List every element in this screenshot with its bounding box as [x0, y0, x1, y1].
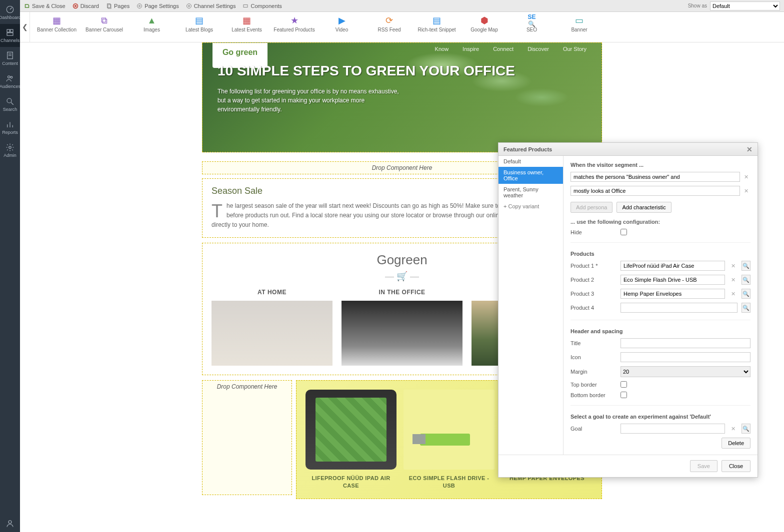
title-input[interactable] [620, 338, 750, 348]
tool-rss-feed[interactable]: ⟳RSS Feed [366, 14, 413, 33]
rail-label: Admin [4, 153, 16, 158]
clear-icon[interactable]: ✕ [742, 174, 750, 180]
svg-point-22 [138, 3, 142, 8]
tool-banner[interactable]: ▭Banner [556, 14, 603, 33]
rail-dashboard[interactable]: Dashboard [0, 1, 20, 24]
bottom-border-checkbox[interactable] [620, 392, 627, 398]
nav-link[interactable]: Discover [528, 46, 549, 52]
channel-settings-button[interactable]: Channel Settings [186, 3, 236, 9]
rail-channels[interactable]: Channels [0, 24, 20, 47]
page-canvas: Go green Know Inspire Connect Discover O… [20, 42, 784, 532]
tool-latest-events[interactable]: ▦Latest Events [223, 14, 270, 33]
close-button[interactable]: Close [722, 460, 750, 472]
tool-banner-collection[interactable]: ▦Banner Collection [33, 14, 80, 33]
product-4-input[interactable] [620, 303, 738, 313]
nav-link[interactable]: Connect [493, 46, 514, 52]
tool-rich-text[interactable]: ▤Rich-text Snippet [413, 14, 460, 33]
clear-icon[interactable]: ✕ [729, 291, 738, 297]
rail-admin[interactable]: Admin [0, 139, 20, 162]
back-arrow[interactable]: ❮ [20, 12, 30, 42]
hero-title: 10 SIMPLE STEPS TO GREEN YOUR OFFICE [218, 63, 586, 79]
hero-banner[interactable]: Go green Know Inspire Connect Discover O… [202, 42, 602, 152]
components-button[interactable]: Components [242, 3, 282, 9]
component-toolbar: ▦Banner Collection ⧉Banner Carousel ▲Ima… [30, 12, 784, 42]
rail-search[interactable]: Search [0, 93, 20, 116]
site-nav: Know Inspire Connect Discover Our Story [435, 46, 586, 52]
panel-header[interactable]: Featured Products ✕ [498, 143, 758, 156]
svg-point-15 [8, 521, 12, 524]
rail-user[interactable] [0, 515, 20, 532]
rail-reports[interactable]: Reports [0, 116, 20, 139]
show-as-control: Show as Default [688, 1, 780, 10]
svg-point-24 [186, 3, 191, 8]
pages-button[interactable]: Pages [106, 3, 130, 9]
topbar: Save & Close Discard Pages Page Settings… [20, 0, 784, 12]
hero-body: The following list for greening your off… [218, 87, 408, 114]
rail-content[interactable]: Content [0, 47, 20, 70]
tool-latest-blogs[interactable]: ▤Latest Blogs [176, 14, 223, 33]
gear-icon [136, 3, 142, 9]
clear-icon[interactable]: ✕ [729, 263, 738, 269]
product-card[interactable]: LIFEPROOF NÜÜD IPAD AIR CASE [306, 390, 396, 490]
svg-point-21 [139, 5, 140, 6]
add-characteristic-button[interactable]: Add characteristic [616, 202, 671, 213]
product-image [306, 390, 396, 470]
product-3-input[interactable] [620, 289, 725, 299]
segment-section-label: When the visitor segment ... [570, 162, 750, 168]
segment-condition-input[interactable] [570, 172, 740, 182]
search-icon[interactable]: 🔍 [742, 289, 750, 299]
search-icon[interactable]: 🔍 [742, 261, 750, 271]
tool-google-map[interactable]: ⬢Google Map [460, 14, 508, 33]
copy-variant-button[interactable]: + Copy variant [498, 201, 563, 212]
search-icon[interactable]: 🔍 [742, 275, 750, 285]
top-border-checkbox[interactable] [620, 381, 627, 388]
panel-title: Featured Products [504, 146, 552, 152]
variant-default[interactable]: Default [498, 156, 563, 167]
discard-icon [72, 3, 78, 9]
tool-seo[interactable]: SE🔍SEO [508, 14, 556, 33]
variant-business-owner[interactable]: Business owner, Office [498, 167, 563, 184]
variant-parent-sunny[interactable]: Parent, Sunny weather [498, 184, 563, 201]
nav-link[interactable]: Inspire [462, 46, 479, 52]
segment-condition-input[interactable] [570, 186, 740, 196]
add-persona-button[interactable]: Add persona [570, 202, 612, 213]
rail-label: Dashboard [0, 15, 21, 20]
discard-button[interactable]: Discard [72, 3, 99, 9]
search-icon[interactable]: 🔍 [742, 303, 750, 313]
category-office[interactable]: IN THE OFFICE [342, 289, 462, 366]
delete-button[interactable]: Delete [722, 438, 750, 449]
tool-images[interactable]: ▲Images [128, 14, 176, 33]
product-card[interactable]: ECO SIMPLE FLASH DRIVE - USB [404, 390, 494, 490]
category-home[interactable]: AT HOME [212, 289, 332, 366]
save-close-button[interactable]: Save & Close [24, 3, 66, 9]
nav-link[interactable]: Know [435, 46, 449, 52]
rail-label: Search [3, 107, 18, 112]
product-1-input[interactable] [620, 261, 725, 271]
rail-label: Content [2, 61, 18, 66]
clear-icon[interactable]: ✕ [729, 426, 738, 432]
config-label: ... use the following configuration: [570, 219, 750, 225]
page-settings-button[interactable]: Page Settings [136, 3, 179, 9]
show-as-select[interactable]: Default [710, 1, 780, 10]
save-button[interactable]: Save [690, 460, 718, 472]
hide-checkbox[interactable] [620, 229, 627, 235]
products-section-label: Products [570, 251, 750, 257]
gear-icon [186, 3, 192, 9]
clear-icon[interactable]: ✕ [742, 188, 750, 194]
goal-input[interactable] [620, 424, 725, 434]
margin-select[interactable]: 20 [620, 366, 750, 377]
close-icon[interactable]: ✕ [746, 145, 752, 153]
nav-link[interactable]: Our Story [563, 46, 586, 52]
icon-input[interactable] [620, 352, 750, 362]
tool-featured-products[interactable]: ★Featured Products [270, 14, 318, 33]
tool-video[interactable]: ▶Video [318, 14, 366, 33]
rail-label: Audiences [0, 84, 20, 89]
svg-point-9 [7, 98, 12, 103]
product-2-input[interactable] [620, 275, 725, 285]
clear-icon[interactable]: ✕ [729, 277, 738, 283]
components-icon [242, 3, 248, 9]
search-icon[interactable]: 🔍 [742, 424, 750, 434]
tool-banner-carousel[interactable]: ⧉Banner Carousel [80, 14, 128, 33]
rail-audiences[interactable]: Audiences [0, 70, 20, 93]
drop-zone-left[interactable]: Drop Component Here [202, 380, 292, 496]
